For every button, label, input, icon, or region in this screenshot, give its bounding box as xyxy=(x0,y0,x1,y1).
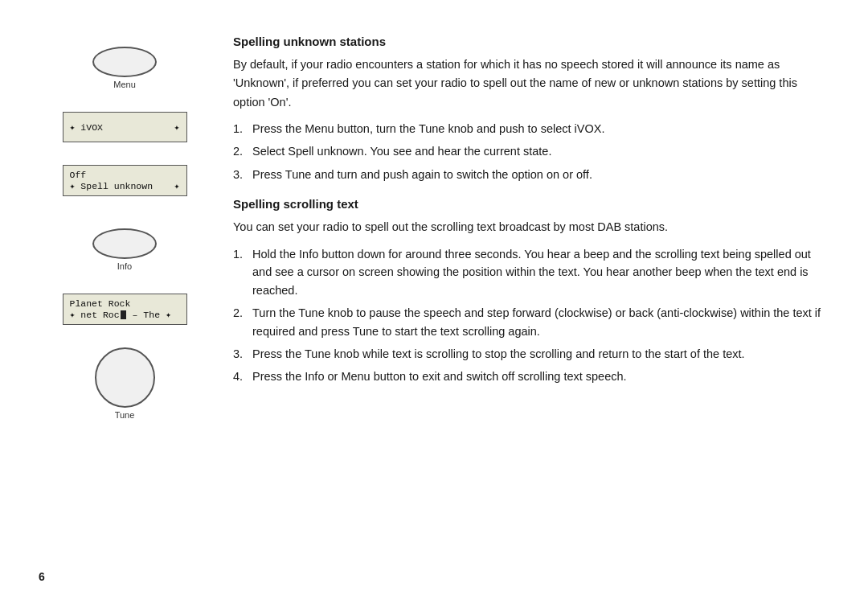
list-item: 3. Press Tune and turn and push again to… xyxy=(233,166,828,183)
right-column: Spelling unknown stations By default, if… xyxy=(217,32,828,580)
info-label: Info xyxy=(117,261,132,271)
section2-intro: You can set your radio to spell out the … xyxy=(233,218,828,236)
cursor xyxy=(121,310,126,319)
tune-knob[interactable] xyxy=(95,347,155,408)
step-text: Press Tune and turn and push again to sw… xyxy=(252,166,828,183)
step-text: Turn the Tune knob to pause the speech a… xyxy=(252,304,828,340)
list-item: 3. Press the Tune knob while text is scr… xyxy=(233,345,828,363)
ivox-lcd-line1: ✦ iVOX ✦ xyxy=(70,121,180,133)
page-number: 6 xyxy=(39,570,45,583)
step-text: Select Spell unknown. You see and hear t… xyxy=(252,142,828,160)
step-text: Press the Tune knob while text is scroll… xyxy=(252,345,828,363)
list-item: 1. Hold the Info button down for around … xyxy=(233,245,828,299)
section2-steps: 1. Hold the Info button down for around … xyxy=(233,245,828,386)
spell-lcd-line2: ✦ Spell unknown ✦ xyxy=(70,180,180,191)
section2-title: Spelling scrolling text xyxy=(233,195,828,213)
info-button[interactable] xyxy=(92,228,157,259)
list-item: 2. Turn the Tune knob to pause the speec… xyxy=(233,304,828,340)
spell-display: Off ✦ Spell unknown ✦ xyxy=(63,165,187,196)
list-item: 1. Press the Menu button, turn the Tune … xyxy=(233,120,828,138)
spell-lcd-line1: Off xyxy=(70,170,180,180)
left-column: Menu ✦ iVOX ✦ Off ✦ Spell unknown ✦ xyxy=(32,32,217,580)
tune-label: Tune xyxy=(115,410,135,420)
step-text: Press the Info or Menu button to exit an… xyxy=(252,368,828,385)
ivox-widget: ✦ iVOX ✦ xyxy=(63,112,187,142)
step-text: Hold the Info button down for around thr… xyxy=(252,245,828,299)
section1-intro: By default, if your radio encounters a s… xyxy=(233,55,828,112)
step-text: Press the Menu button, turn the Tune kno… xyxy=(252,120,828,138)
planet-rock-widget: Planet Rock ✦ net Roc – The ✦ xyxy=(63,294,187,325)
section-spelling-scrolling: Spelling scrolling text You can set your… xyxy=(233,195,828,386)
list-item: 2. Select Spell unknown. You see and hea… xyxy=(233,142,828,160)
list-item: 4. Press the Info or Menu button to exit… xyxy=(233,368,828,385)
tune-widget: Tune xyxy=(95,347,155,420)
menu-button[interactable] xyxy=(92,47,157,77)
planet-lcd-line1: Planet Rock xyxy=(70,298,180,309)
menu-widget: Menu xyxy=(92,47,157,89)
section-spelling-unknown: Spelling unknown stations By default, if… xyxy=(233,32,828,183)
section1-steps: 1. Press the Menu button, turn the Tune … xyxy=(233,120,828,183)
planet-lcd-line2: ✦ net Roc – The ✦ xyxy=(70,309,180,320)
planet-rock-display: Planet Rock ✦ net Roc – The ✦ xyxy=(63,294,187,325)
menu-label: Menu xyxy=(113,80,136,89)
spell-widget: Off ✦ Spell unknown ✦ xyxy=(63,165,187,196)
ivox-display: ✦ iVOX ✦ xyxy=(63,112,187,142)
section1-title: Spelling unknown stations xyxy=(233,32,828,51)
info-widget: Info xyxy=(92,228,157,271)
